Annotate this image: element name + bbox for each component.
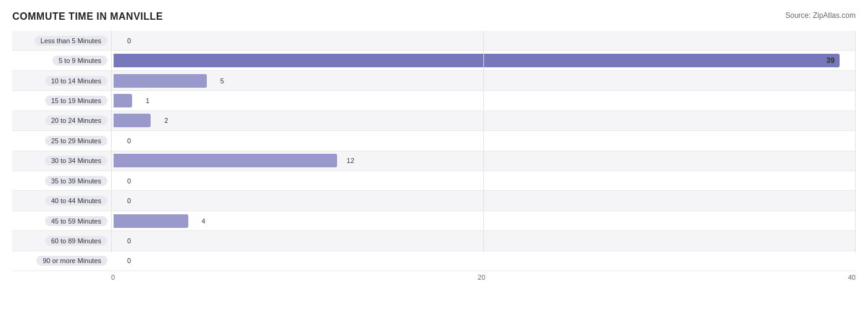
bar: 2 — [114, 114, 151, 127]
chart-body: Less than 5 Minutes05 to 9 Minutes3910 t… — [12, 31, 856, 281]
chart-source: Source: ZipAtlas.com — [785, 11, 856, 20]
row-label: 40 to 44 Minutes — [45, 196, 107, 206]
table-row: Less than 5 Minutes0 — [12, 31, 856, 51]
bar-value: 0 — [127, 137, 131, 145]
bar-value: 1 — [146, 97, 149, 104]
row-label: 5 to 9 Minutes — [52, 56, 107, 65]
bar-value: 4 — [201, 217, 205, 225]
chart-title: COMMUTE TIME IN MANVILLE — [12, 11, 163, 22]
bar-value: 2 — [164, 117, 168, 124]
x-axis-label: 40 — [848, 274, 856, 281]
bar: 4 — [114, 214, 188, 228]
row-label: 30 to 34 Minutes — [45, 156, 107, 166]
bar-value: 39 — [826, 56, 834, 65]
table-row: 10 to 14 Minutes5 — [12, 71, 856, 91]
table-row: 15 to 19 Minutes1 — [12, 91, 856, 111]
row-label: 45 to 59 Minutes — [45, 216, 107, 226]
row-label: 10 to 14 Minutes — [45, 76, 107, 86]
chart-container: COMMUTE TIME IN MANVILLE Source: ZipAtla… — [0, 0, 868, 323]
row-label: Less than 5 Minutes — [35, 36, 107, 46]
x-axis: 02040 — [111, 274, 856, 281]
bar-value: 0 — [127, 237, 131, 245]
bar-value: 5 — [220, 77, 224, 85]
table-row: 25 to 29 Minutes0 — [12, 131, 856, 151]
row-label: 25 to 29 Minutes — [45, 136, 107, 146]
row-label: 35 to 39 Minutes — [45, 176, 107, 186]
rows-area: Less than 5 Minutes05 to 9 Minutes3910 t… — [12, 31, 856, 271]
table-row: 5 to 9 Minutes39 — [12, 51, 856, 70]
bar-value: 0 — [127, 257, 131, 264]
bar: 5 — [114, 74, 207, 88]
bar-value: 12 — [347, 157, 354, 164]
row-label: 20 to 24 Minutes — [45, 115, 107, 125]
bar-value: 0 — [127, 197, 131, 204]
table-row: 40 to 44 Minutes0 — [12, 191, 856, 211]
table-row: 90 or more Minutes0 — [12, 251, 856, 271]
table-row: 35 to 39 Minutes0 — [12, 171, 856, 191]
table-row: 60 to 89 Minutes0 — [12, 231, 856, 251]
row-label: 15 to 19 Minutes — [45, 96, 107, 106]
bar-value: 0 — [127, 37, 131, 44]
bar: 1 — [114, 94, 132, 107]
row-label: 60 to 89 Minutes — [45, 236, 107, 246]
row-label: 90 or more Minutes — [36, 256, 107, 266]
bar: 12 — [114, 154, 337, 167]
bar-value: 0 — [127, 177, 131, 185]
x-axis-label: 20 — [478, 274, 485, 281]
table-row: 30 to 34 Minutes12 — [12, 151, 856, 171]
bar: 39 — [114, 54, 840, 67]
table-row: 45 to 59 Minutes4 — [12, 211, 856, 231]
x-axis-label: 0 — [111, 274, 115, 281]
chart-header: COMMUTE TIME IN MANVILLE Source: ZipAtla… — [12, 11, 856, 22]
table-row: 20 to 24 Minutes2 — [12, 111, 856, 131]
